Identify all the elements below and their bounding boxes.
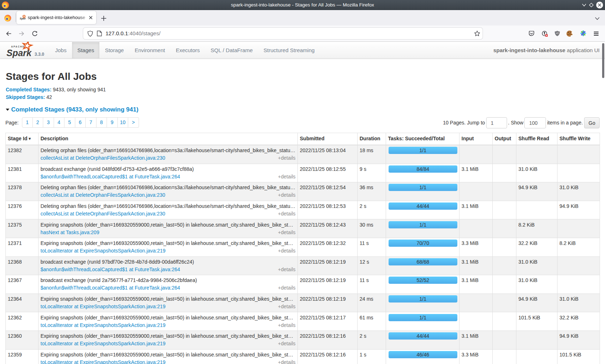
svg-text:Spark: Spark [6,48,32,58]
svg-text:APACHE: APACHE [11,45,25,48]
svg-text:uO: uO [556,32,559,34]
